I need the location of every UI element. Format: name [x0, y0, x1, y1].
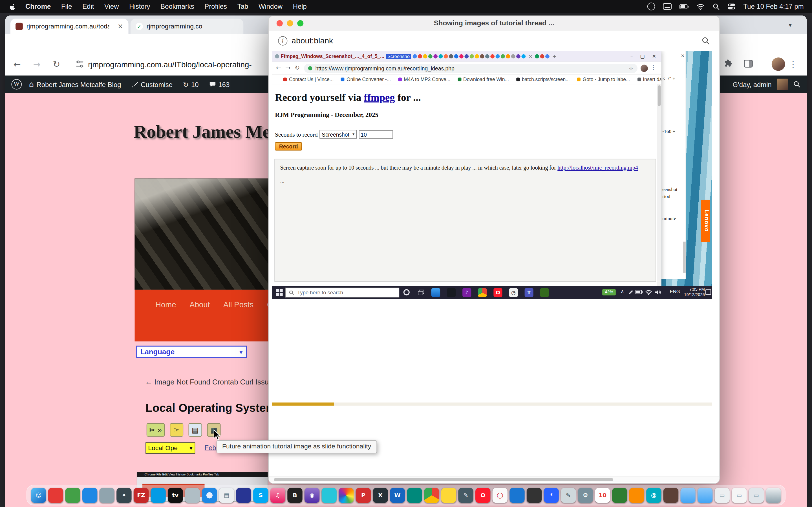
page-scrollbar[interactable]: [657, 84, 661, 286]
tab-favicon[interactable]: [413, 54, 417, 58]
tab-favicon[interactable]: [465, 54, 469, 58]
widget-button[interactable]: ☞: [170, 423, 183, 437]
widget-button[interactable]: ▤: [188, 423, 202, 437]
menu-bar-item[interactable]: View: [99, 3, 124, 10]
browser-menu-kebab-icon[interactable]: ⋮: [789, 59, 797, 69]
taskbar-app-icon[interactable]: T: [525, 288, 534, 297]
post-heading[interactable]: Local Operating System: [146, 401, 269, 415]
dock-app-icon[interactable]: ◯: [493, 488, 507, 503]
dock-app-icon[interactable]: X: [373, 488, 388, 503]
bookmark-star-icon[interactable]: ☆: [629, 65, 633, 71]
battery-percent-badge[interactable]: 42%: [602, 289, 616, 295]
window-url[interactable]: about:blank: [292, 31, 333, 51]
tab-favicon[interactable]: [423, 54, 427, 58]
tab-favicon[interactable]: [522, 54, 526, 58]
scrollbar-thumb[interactable]: [274, 478, 613, 481]
tab-favicon[interactable]: [541, 54, 545, 58]
info-icon[interactable]: i: [278, 36, 287, 46]
dock-app-icon[interactable]: [151, 488, 165, 503]
language-select[interactable]: Language ▾: [136, 346, 247, 358]
blog-nav-link[interactable]: All Posts: [223, 300, 253, 309]
spotlight-search-icon[interactable]: [713, 3, 720, 10]
tab-favicon[interactable]: [546, 54, 550, 58]
dock-app-icon[interactable]: [407, 488, 422, 503]
month-select[interactable]: Local Ope ▾: [146, 442, 195, 453]
taskbar-app-icon[interactable]: ♪: [462, 288, 471, 297]
tab-close-icon[interactable]: ×: [527, 53, 534, 59]
tab-favicon[interactable]: [459, 54, 463, 58]
dock-app-icon[interactable]: ▤: [219, 488, 234, 503]
tab-favicon[interactable]: [475, 54, 479, 58]
browser-menu-kebab-icon[interactable]: ⋮: [651, 64, 656, 71]
start-button-icon[interactable]: [276, 289, 283, 296]
tab-close-icon[interactable]: ×: [117, 23, 123, 30]
seconds-input[interactable]: [359, 130, 393, 138]
blog-nav-link[interactable]: Home: [155, 300, 176, 309]
tab-favicon[interactable]: [501, 54, 505, 58]
battery-icon[interactable]: [636, 290, 643, 295]
taskbar-search-box[interactable]: Type here to search: [285, 288, 399, 297]
back-icon[interactable]: ←: [13, 59, 21, 69]
wifi-icon[interactable]: [645, 290, 652, 295]
tab-favicon[interactable]: [454, 54, 458, 58]
taskbar-app-icon[interactable]: ◔: [509, 288, 518, 297]
tab-favicon[interactable]: [470, 54, 474, 58]
cortana-icon[interactable]: [403, 289, 410, 295]
dock-app-icon[interactable]: ✎: [458, 488, 473, 503]
taskbar-app-icon[interactable]: [432, 288, 440, 297]
dock-app-icon[interactable]: [65, 488, 80, 503]
tab-favicon[interactable]: [506, 54, 510, 58]
taskbar-app-icon[interactable]: [540, 288, 549, 297]
admin-bar-site[interactable]: ⌂ Robert James Metcalfe Blog: [26, 80, 124, 89]
taskbar-app-icon[interactable]: [478, 288, 487, 297]
taskbar-app-icon[interactable]: O: [493, 288, 502, 297]
dock-app-icon[interactable]: [629, 488, 644, 503]
admin-search-icon[interactable]: [794, 81, 801, 88]
dock-app-icon[interactable]: ✎: [561, 488, 576, 503]
tab-favicon[interactable]: [496, 54, 500, 58]
reload-icon[interactable]: ↻: [295, 64, 300, 71]
back-icon[interactable]: ←: [276, 64, 281, 71]
dock-app-icon[interactable]: P: [356, 488, 371, 503]
bookmark-item[interactable]: batch.scripts/screen...: [516, 76, 570, 82]
menu-bar-item[interactable]: Profiles: [199, 3, 232, 10]
bookmark-item[interactable]: Online Converter -...: [341, 76, 391, 82]
dock-app-icon[interactable]: [527, 488, 542, 503]
scrollbar-thumb[interactable]: [658, 86, 661, 106]
dock-app-icon[interactable]: [441, 488, 456, 503]
menu-bar-item[interactable]: Edit: [77, 3, 99, 10]
address-bar[interactable]: https://www.rjmprogramming.com.au/record…: [304, 64, 638, 73]
dock-app-icon[interactable]: ▭: [749, 488, 764, 503]
dock-app-icon[interactable]: 10: [595, 488, 610, 503]
admin-bar-updates[interactable]: ↻ 10: [180, 80, 202, 89]
dock-app-icon[interactable]: ☺: [31, 488, 46, 503]
ffmpeg-link[interactable]: ffmpeg: [364, 92, 395, 103]
wordpress-logo-icon[interactable]: W: [11, 79, 22, 90]
browser-tab-1[interactable]: rjmprogramming.com.au/toda ×: [10, 18, 129, 34]
bookmark-item[interactable]: Download free Win...: [458, 76, 509, 82]
dock-app-icon[interactable]: [202, 488, 217, 503]
forward-icon[interactable]: →: [285, 64, 290, 71]
forward-icon[interactable]: →: [33, 59, 41, 69]
dock-app-icon[interactable]: ▭: [732, 488, 747, 503]
dock-app-icon[interactable]: [48, 488, 63, 503]
battery-icon[interactable]: [680, 4, 689, 9]
window-maximize-icon[interactable]: ▢: [640, 53, 645, 59]
tab-favicon[interactable]: [418, 54, 422, 58]
menu-bar-item[interactable]: File: [56, 3, 77, 10]
dock-app-icon[interactable]: ▭: [715, 488, 730, 503]
site-settings-icon[interactable]: [75, 60, 84, 68]
dock-app-icon[interactable]: ◉: [305, 488, 319, 503]
dock-app-icon[interactable]: [322, 488, 337, 503]
dock-app-icon[interactable]: [509, 488, 524, 503]
tab-favicon[interactable]: [485, 54, 490, 58]
menu-bar-item[interactable]: History: [124, 3, 155, 10]
dock-app-icon[interactable]: [766, 488, 781, 503]
dock-app-icon[interactable]: [424, 488, 439, 503]
tab-favicon[interactable]: [490, 54, 495, 58]
dock-app-icon[interactable]: O: [475, 488, 490, 503]
menu-bar-clock[interactable]: Tue 10 Feb 4:17 pm: [743, 3, 806, 10]
reload-icon[interactable]: ↻: [53, 59, 60, 69]
bookmark-item[interactable]: Insert date/time sta...: [637, 76, 661, 82]
tab-favicon[interactable]: [444, 54, 448, 58]
